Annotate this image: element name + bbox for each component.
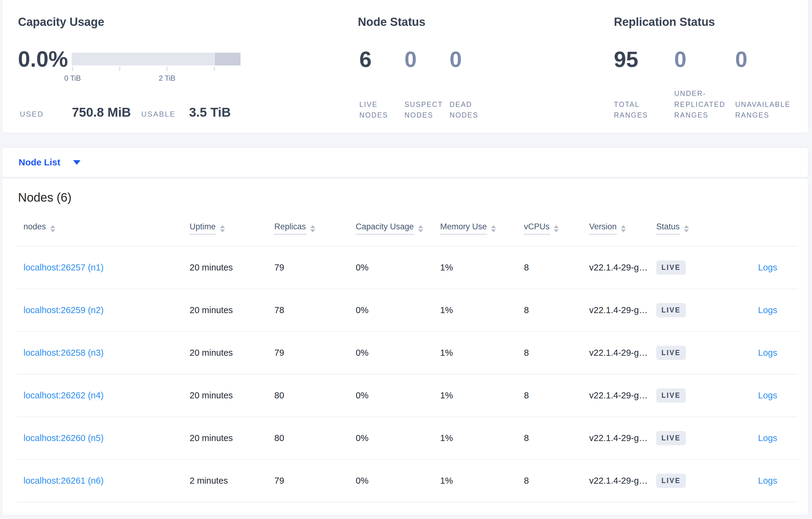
capacity-percent-value: 0.0% (18, 47, 68, 71)
version-value: v22.1.4-29-g… (589, 433, 648, 443)
vcpus-value: 8 (524, 348, 529, 358)
capacity-value: 0% (356, 348, 369, 358)
axis-tick-label: 0 TiB (64, 74, 81, 83)
column-header-replicas[interactable]: Replicas (274, 222, 306, 235)
cell-uptime: 20 minutes (190, 305, 274, 315)
column-header-capacity-usage[interactable]: Capacity Usage (356, 222, 414, 235)
column-header-nodes[interactable]: nodes (24, 222, 46, 235)
logs-link[interactable]: Logs (758, 433, 777, 443)
sort-up-icon (684, 225, 689, 228)
cell-vcpus: 8 (524, 391, 589, 400)
cell-status: LIVE (656, 303, 722, 317)
sort-icon[interactable] (684, 225, 689, 233)
cell-status: LIVE (656, 431, 722, 445)
column-header-status[interactable]: Status (656, 222, 680, 235)
capacity-value: 0% (356, 433, 369, 443)
replicas-value: 79 (274, 263, 284, 272)
axis-tick (72, 67, 73, 71)
cell-memory: 1% (440, 476, 524, 486)
cell-status: LIVE (656, 474, 722, 488)
metric-label: LIVE NODES (359, 99, 404, 121)
sort-down-icon (310, 230, 315, 233)
nodes-table-card: Nodes (6) nodesUptimeReplicasCapacity Us… (2, 178, 808, 515)
sort-up-icon (491, 225, 496, 228)
cell-memory: 1% (440, 263, 524, 273)
status-badge: LIVE (656, 346, 686, 360)
capacity-value: 0% (356, 263, 369, 272)
column-header-vcpus[interactable]: vCPUs (524, 222, 550, 235)
cell-replicas: 79 (274, 263, 356, 273)
vcpus-value: 8 (524, 305, 529, 315)
cluster-summary-card: Capacity Usage 0.0% 0 TiB2 TiB USED 750.… (2, 0, 808, 133)
cell-memory: 1% (440, 433, 524, 443)
chevron-down-icon[interactable] (73, 160, 81, 165)
axis-tick-label: 2 TiB (159, 74, 176, 83)
logs-link[interactable]: Logs (758, 263, 777, 272)
capacity-stats: USED 750.8 MiB USABLE 3.5 TiB (20, 105, 231, 120)
cell-capacity: 0% (356, 348, 440, 358)
metric-value: 0 (735, 49, 810, 70)
cell-replicas: 80 (274, 391, 356, 400)
status-badge: LIVE (656, 474, 686, 488)
column-header-version[interactable]: Version (589, 222, 617, 235)
sort-icon[interactable] (621, 225, 626, 233)
sort-icon[interactable] (554, 225, 559, 233)
cell-replicas: 79 (274, 476, 356, 486)
table-header-cell: Memory Use (440, 222, 524, 235)
cell-uptime: 20 minutes (190, 263, 274, 273)
table-row: localhost:26259 (n2)20 minutes780%1%8v22… (16, 289, 798, 332)
summary-metric: 0UNAVAILABLE RANGES (735, 49, 810, 121)
node-link[interactable]: localhost:26262 (n4) (24, 391, 104, 400)
table-row: localhost:26257 (n1)20 minutes790%1%8v22… (16, 246, 798, 289)
logs-link[interactable]: Logs (758, 305, 777, 315)
table-row: localhost:26262 (n4)20 minutes800%1%8v22… (16, 374, 798, 417)
version-value: v22.1.4-29-g… (589, 391, 648, 400)
capacity-value: 0% (356, 476, 369, 486)
sort-icon[interactable] (50, 225, 55, 233)
axis-tick (214, 67, 214, 71)
summary-metric: 95TOTAL RANGES (614, 49, 674, 121)
node-list-dropdown[interactable]: Node List (19, 157, 60, 167)
table-header-cell: Version (589, 222, 656, 235)
logs-link[interactable]: Logs (758, 348, 777, 358)
logs-link[interactable]: Logs (758, 476, 777, 486)
sort-icon[interactable] (310, 225, 315, 233)
memory-value: 1% (440, 348, 453, 358)
status-badge: LIVE (656, 261, 686, 275)
cell-node: localhost:26262 (n4) (16, 391, 190, 400)
replication-status-title: Replication Status (614, 16, 715, 29)
node-link[interactable]: localhost:26258 (n3) (24, 348, 104, 358)
column-header-uptime[interactable]: Uptime (190, 222, 216, 235)
node-link[interactable]: localhost:26261 (n6) (24, 476, 104, 486)
metric-value: 0 (450, 49, 508, 70)
metric-label: SUSPECT NODES (404, 99, 450, 121)
table-header-cell: Capacity Usage (356, 222, 440, 235)
cell-capacity: 0% (356, 476, 440, 486)
capacity-usage-bar (71, 53, 240, 65)
capacity-reserved-bar (215, 53, 240, 65)
metric-value: 95 (614, 49, 674, 70)
node-link[interactable]: localhost:26260 (n5) (24, 433, 104, 443)
cell-uptime: 20 minutes (190, 433, 274, 443)
sort-icon[interactable] (491, 225, 496, 233)
uptime-value: 20 minutes (190, 391, 233, 400)
sort-up-icon (220, 225, 225, 228)
logs-link[interactable]: Logs (758, 391, 777, 400)
version-value: v22.1.4-29-g… (589, 263, 648, 272)
table-header-cell: nodes (16, 222, 190, 235)
cell-replicas: 78 (274, 305, 356, 315)
axis-tick (119, 67, 120, 71)
sort-icon[interactable] (418, 225, 423, 233)
sort-down-icon (50, 230, 55, 233)
column-header-memory-use[interactable]: Memory Use (440, 222, 487, 235)
table-header-cell: Replicas (274, 222, 356, 235)
cell-vcpus: 8 (524, 348, 589, 358)
node-link[interactable]: localhost:26259 (n2) (24, 305, 104, 315)
capacity-used-value: 750.8 MiB (72, 105, 131, 120)
sort-icon[interactable] (220, 225, 225, 233)
node-link[interactable]: localhost:26257 (n1) (24, 263, 104, 272)
replicas-value: 80 (274, 433, 284, 443)
sort-up-icon (50, 225, 55, 228)
sort-down-icon (554, 230, 559, 233)
uptime-value: 20 minutes (190, 433, 233, 443)
